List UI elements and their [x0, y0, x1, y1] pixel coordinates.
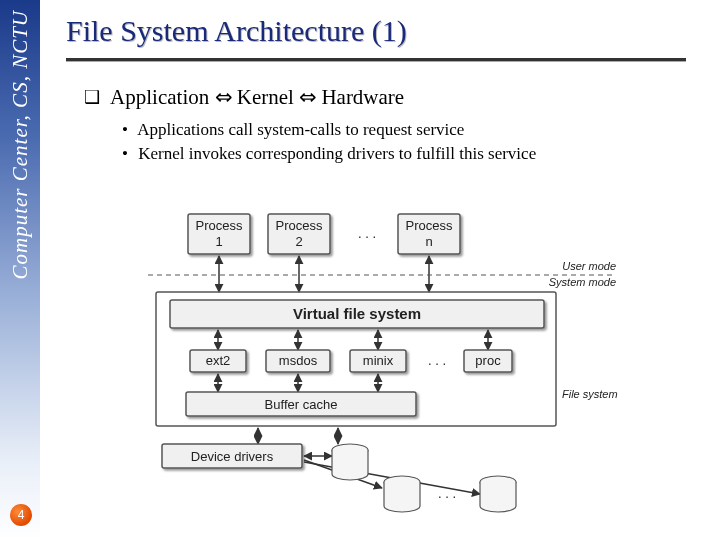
process-box: Process 1 — [188, 214, 250, 254]
slide-title: File System Architecture (1) — [66, 14, 696, 48]
bullet-part-application: Application — [110, 85, 209, 109]
svg-text:n: n — [425, 234, 432, 249]
double-arrow-icon: ⇔ — [215, 85, 232, 109]
bullet-part-kernel: Kernel — [237, 85, 294, 109]
main-bullet: ❑ Application ⇔ Kernel ⇔ Hardware — [66, 85, 696, 110]
fs-side-label: File system — [562, 388, 618, 400]
svg-text:proc: proc — [475, 353, 501, 368]
storage-cylinder-icon — [384, 476, 420, 512]
svg-text:Process: Process — [406, 218, 453, 233]
dots-icon: . . . — [428, 353, 446, 368]
architecture-diagram: Process 1 Process 2 . . . Process n User… — [118, 210, 638, 520]
process-box: Process n — [398, 214, 460, 254]
slide-content: File System Architecture (1) ❑ Applicati… — [66, 14, 696, 168]
double-arrow-icon: ⇔ — [299, 85, 316, 109]
dot-bullet-icon: • — [122, 120, 128, 139]
storage-cylinder-icon — [332, 444, 368, 480]
dots-icon: . . . — [438, 486, 456, 501]
page-number-badge: 4 — [10, 504, 32, 526]
user-mode-label: User mode — [562, 260, 616, 272]
system-mode-label: System mode — [549, 276, 616, 288]
vfs-label: Virtual file system — [293, 305, 421, 322]
process-box: Process 2 — [268, 214, 330, 254]
square-bullet-icon: ❑ — [84, 86, 100, 108]
svg-text:ext2: ext2 — [206, 353, 231, 368]
org-vertical-text: Computer Center, CS, NCTU — [8, 10, 33, 279]
svg-text:msdos: msdos — [279, 353, 318, 368]
svg-text:2: 2 — [295, 234, 302, 249]
title-rule — [66, 58, 686, 61]
svg-text:Buffer cache: Buffer cache — [265, 397, 338, 412]
sub-bullet: • Applications call system-calls to requ… — [122, 120, 696, 140]
sub-bullet-text: Applications call system-calls to reques… — [137, 120, 464, 139]
svg-text:Process: Process — [276, 218, 323, 233]
storage-cylinder-icon — [480, 476, 516, 512]
bullet-part-hardware: Hardware — [321, 85, 404, 109]
sub-bullet: • Kernel invokes corresponding drivers t… — [122, 144, 696, 164]
sub-bullet-text: Kernel invokes corresponding drivers to … — [138, 144, 536, 163]
svg-text:Process: Process — [196, 218, 243, 233]
svg-text:Device drivers: Device drivers — [191, 449, 274, 464]
dot-bullet-icon: • — [122, 144, 128, 163]
svg-text:1: 1 — [215, 234, 222, 249]
sidebar-gradient: Computer Center, CS, NCTU — [0, 0, 40, 540]
dots-icon: . . . — [358, 226, 376, 241]
svg-text:minix: minix — [363, 353, 394, 368]
